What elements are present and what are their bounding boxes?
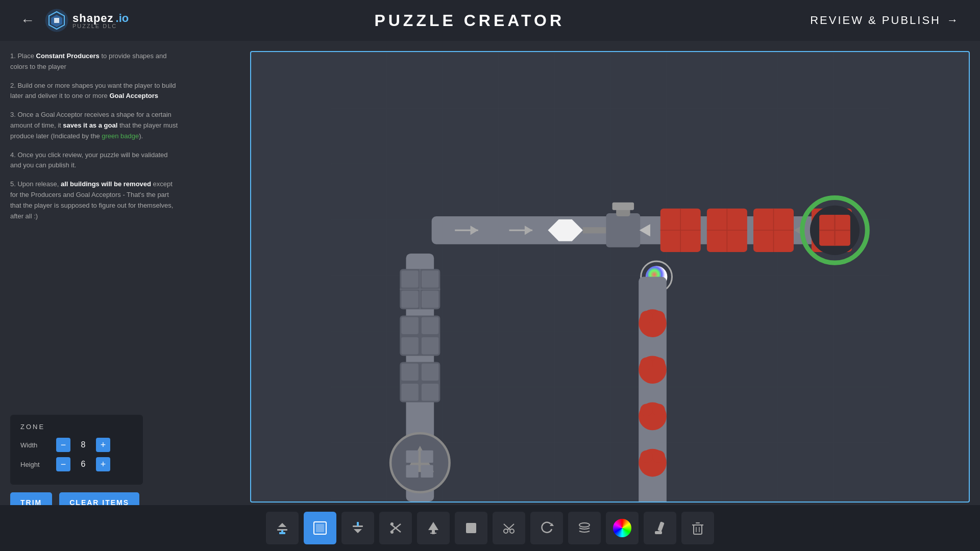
svg-rect-53: [401, 384, 418, 400]
svg-rect-49: [422, 337, 438, 354]
instruction-1: 1. Place Constant Producers to provide s…: [10, 51, 179, 72]
build-button[interactable]: [455, 512, 487, 544]
svg-rect-103: [655, 531, 662, 534]
height-row: Height − 6 +: [20, 457, 133, 471]
svg-rect-47: [422, 317, 438, 334]
review-arrow-icon: →: [947, 14, 960, 27]
svg-point-91: [390, 522, 394, 525]
puzzle-svg: [251, 52, 969, 502]
remove-layer-button[interactable]: [341, 512, 374, 544]
svg-rect-42: [422, 270, 438, 287]
svg-rect-95: [466, 523, 476, 533]
height-value: 6: [76, 460, 91, 469]
page-title: PUZZLE CREATOR: [374, 11, 565, 30]
zone-panel: ZONE Width − 8 + Height − 6 +: [10, 415, 143, 485]
svg-rect-60: [421, 465, 433, 478]
svg-point-90: [390, 531, 394, 534]
svg-point-72: [640, 450, 652, 463]
instruction-3: 3. Once a Goal Acceptor receives a shape…: [10, 110, 179, 141]
svg-rect-57: [406, 450, 419, 463]
review-publish-button[interactable]: REVIEW & PUBLISH →: [810, 14, 960, 27]
review-label: REVIEW & PUBLISH: [810, 14, 941, 27]
svg-rect-84: [316, 524, 324, 532]
height-plus-button[interactable]: +: [96, 457, 110, 471]
svg-rect-104: [694, 525, 702, 534]
width-row: Width − 8 +: [20, 438, 133, 452]
svg-rect-54: [422, 384, 438, 400]
svg-rect-48: [401, 337, 418, 354]
select-button[interactable]: [304, 512, 336, 544]
bottom-toolbar: [0, 505, 980, 551]
paint-button[interactable]: [644, 512, 676, 544]
svg-rect-44: [422, 291, 438, 308]
width-plus-button[interactable]: +: [96, 438, 110, 452]
svg-point-64: [653, 311, 665, 323]
svg-point-67: [653, 357, 665, 369]
svg-rect-12: [583, 227, 606, 233]
color-tool-button[interactable]: [606, 512, 639, 544]
svg-rect-41: [401, 270, 418, 287]
width-label: Width: [20, 441, 51, 449]
instruction-4: 4. Once you click review, your puzzle wi…: [10, 150, 179, 171]
svg-point-101: [579, 523, 590, 527]
svg-point-69: [640, 404, 652, 416]
svg-rect-15: [612, 203, 634, 210]
header: ← shapez.io PUZZLE DLC PUZZLE CREATOR RE…: [0, 0, 980, 41]
puzzle-canvas[interactable]: [250, 51, 970, 503]
svg-rect-82: [279, 532, 285, 534]
svg-marker-92: [428, 522, 438, 530]
color-wheel-icon: [613, 519, 631, 537]
svg-point-66: [640, 357, 652, 369]
svg-marker-80: [278, 523, 286, 527]
svg-rect-51: [401, 364, 418, 381]
instruction-5: 5. Upon release, all buildings will be r…: [10, 179, 179, 221]
back-button[interactable]: ←: [20, 13, 35, 28]
svg-rect-58: [421, 450, 433, 463]
logo: shapez.io PUZZLE DLC: [45, 9, 129, 32]
height-minus-button[interactable]: −: [56, 457, 70, 471]
header-left: ← shapez.io PUZZLE DLC: [20, 9, 129, 32]
svg-point-63: [640, 311, 652, 323]
svg-rect-52: [422, 364, 438, 381]
svg-rect-46: [401, 317, 418, 334]
instructions-panel: 1. Place Constant Producers to provide s…: [10, 51, 179, 230]
svg-marker-86: [354, 529, 362, 533]
mine-button[interactable]: [417, 512, 450, 544]
rotate-button[interactable]: [530, 512, 563, 544]
width-value: 8: [76, 440, 91, 449]
logo-icon: [45, 9, 68, 32]
width-minus-button[interactable]: −: [56, 438, 70, 452]
svg-point-73: [653, 450, 665, 463]
svg-rect-87: [357, 522, 359, 526]
svg-rect-59: [406, 465, 419, 478]
scissors-button[interactable]: [493, 512, 525, 544]
cut-tool-button[interactable]: [379, 512, 412, 544]
logo-io: .io: [116, 12, 129, 25]
height-label: Height: [20, 461, 51, 468]
trash-button[interactable]: [681, 512, 714, 544]
instruction-2: 2. Build one or more shapes you want the…: [10, 81, 179, 102]
svg-rect-102: [657, 521, 665, 532]
svg-rect-43: [401, 291, 418, 308]
logo-text-group: shapez.io PUZZLE DLC: [72, 12, 129, 29]
zone-title: ZONE: [20, 423, 133, 431]
stack-button[interactable]: [568, 512, 601, 544]
svg-point-70: [653, 404, 665, 416]
add-layer-button[interactable]: [266, 512, 299, 544]
svg-rect-3: [54, 18, 59, 23]
svg-rect-13: [606, 213, 640, 247]
